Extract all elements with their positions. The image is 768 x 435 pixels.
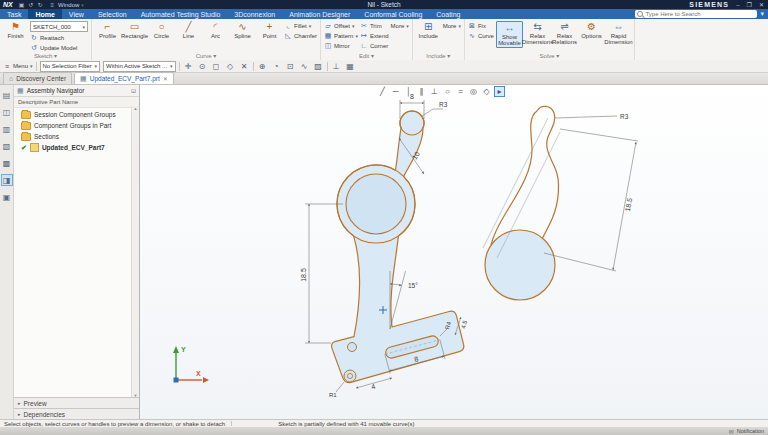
constraint-navigator-icon[interactable]: ◫ [1, 106, 13, 118]
snap-end-point-icon[interactable]: ⊙ [197, 61, 208, 72]
line-button[interactable]: ╱ Line [176, 21, 201, 39]
tree-item-sections[interactable]: Sections [14, 131, 139, 142]
minimize-button[interactable]: – [736, 2, 739, 8]
notification-label[interactable]: Notification [737, 428, 764, 434]
sloped-constraint-icon[interactable]: ╱ [377, 86, 388, 97]
group-label-edit[interactable]: Edit ▾ [321, 52, 412, 59]
tab-conformal-cooling[interactable]: Conformal Cooling [357, 9, 429, 19]
save-icon[interactable]: ▣ [19, 1, 25, 8]
inferred-constraints-icon[interactable]: ▸ [494, 86, 505, 97]
group-label-include[interactable]: Include ▾ [413, 52, 464, 59]
preview-section-header[interactable]: ▸ Preview [14, 397, 139, 408]
tab-3dconnexion[interactable]: 3Dconnexion [227, 9, 282, 19]
tangent-constraint-icon[interactable]: ○ [442, 86, 453, 97]
reattach-button[interactable]: ↻ Reattach [30, 33, 88, 42]
sketch-canvas[interactable]: 8 R3 10 18.5 15° 8 4 R1 R4 4.5 18.5 R3 Y… [140, 85, 768, 419]
process-studio-icon[interactable]: ▣ [1, 191, 13, 203]
offset-button[interactable]: ▱ Offset▾ [324, 21, 358, 30]
graphics-window[interactable]: 8 R3 10 18.5 15° 8 4 R1 R4 4.5 18.5 R3 Y… [140, 85, 768, 419]
notification-icon[interactable]: ✉ [729, 428, 734, 435]
tab-selection[interactable]: Selection [91, 9, 134, 19]
pattern-button[interactable]: ▦ Pattern▾ [324, 31, 358, 40]
equal-length-constraint-icon[interactable]: = [455, 86, 466, 97]
tab-automated-testing-studio[interactable]: Automated Testing Studio [134, 9, 228, 19]
relax-dimensions-button[interactable]: ⇆ Relax Dimensions [525, 21, 550, 46]
tree-item-component-groups-in-part[interactable]: Component Groups in Part [14, 120, 139, 131]
mirror-button[interactable]: ◫ Mirror [324, 41, 358, 50]
snap-point-on-face-icon[interactable]: ▨ [313, 61, 324, 72]
snap-point-on-curve-icon[interactable]: ∿ [299, 61, 310, 72]
assembly-navigator-icon[interactable]: ▤ [1, 89, 13, 101]
include-more-button[interactable]: More▾ [443, 21, 461, 30]
perpendicular-constraint-icon[interactable]: ⊥ [429, 86, 440, 97]
part-navigator-icon[interactable]: ▥ [1, 123, 13, 135]
close-tab-icon[interactable]: ✕ [163, 75, 168, 82]
relax-relations-button[interactable]: ⇌ Relax Relations [552, 21, 577, 46]
rectangle-button[interactable]: ▭ Rectangle [122, 21, 147, 39]
midpoint-constraint-icon[interactable]: ◇ [481, 86, 492, 97]
vertical-constraint-icon[interactable]: │ [403, 86, 414, 97]
group-label-solve[interactable]: Solve ▾ [465, 52, 634, 59]
horizontal-constraint-icon[interactable]: ─ [390, 86, 401, 97]
group-label-curve[interactable]: Curve ▾ [92, 52, 320, 59]
enable-snap-icon[interactable]: ⊥ [331, 61, 342, 72]
corner-button[interactable]: ∟ Corner [360, 41, 389, 50]
snap-point-icon[interactable]: ✛ [183, 61, 194, 72]
extend-button[interactable]: ↦ Extend [360, 31, 389, 40]
snap-quadrant-icon[interactable]: ◔ [271, 61, 282, 72]
dependencies-section-header[interactable]: ▸ Dependencies [14, 408, 139, 419]
selection-filter-dropdown[interactable]: No Selection Filter▾ [40, 61, 101, 72]
command-search[interactable] [635, 10, 757, 18]
chamfer-button[interactable]: ◺ Chamfer [284, 31, 317, 40]
snap-arc-center-icon[interactable]: ⊕ [257, 61, 268, 72]
tree-item-session-component-groups[interactable]: Session Component Groups [14, 109, 139, 120]
sketch-name-field[interactable]: SKETCH_000 ▾ [30, 21, 88, 32]
main-sketch-profile[interactable] [332, 111, 464, 383]
maximize-button[interactable]: ❐ [747, 1, 752, 8]
snap-control-point-icon[interactable]: ◇ [225, 61, 236, 72]
tab-animation-designer[interactable]: Animation Designer [282, 9, 357, 19]
tab-coating[interactable]: Coating [429, 9, 467, 19]
redo-icon[interactable]: ↻ [37, 1, 42, 8]
tab-home[interactable]: Home [28, 9, 61, 19]
rapid-dimension-button[interactable]: ⇔ Rapid Dimension [606, 21, 631, 46]
concentric-constraint-icon[interactable]: ◎ [468, 86, 479, 97]
close-button[interactable]: ✕ [759, 1, 764, 8]
spline-button[interactable]: ∿ Spline [230, 21, 255, 39]
include-button[interactable]: ⊞ Include [416, 21, 441, 39]
arc-button[interactable]: ◜ Arc [203, 21, 228, 39]
group-label-sketch[interactable]: Sketch ▾ [0, 52, 91, 59]
column-header[interactable]: Descriptive Part Name [14, 97, 139, 108]
selection-scope-dropdown[interactable]: Within Active Sketch ...▾ [103, 61, 176, 72]
grid-snap-icon[interactable]: ▦ [345, 61, 356, 72]
checkbox-checked-icon[interactable]: ✔ [21, 144, 27, 151]
snap-intersection-icon[interactable]: ✕ [239, 61, 250, 72]
side-sketch-profile[interactable] [483, 106, 560, 300]
panel-scrollbar[interactable]: ▲ ▼ [131, 106, 139, 398]
curve-solve-button[interactable]: ∿ Curve [468, 31, 494, 40]
trim-button[interactable]: ✂ Trim [360, 21, 389, 30]
undo-icon[interactable]: ↺ [28, 1, 33, 8]
finish-sketch-button[interactable]: ⚑ Finish [3, 21, 28, 39]
tab-discovery-center[interactable]: ⌂ Discovery Center [3, 72, 72, 84]
tree-item-updated-ecv-part7[interactable]: ✔ Updated_ECV_Part7 [14, 142, 139, 153]
fillet-button[interactable]: ◟ Fillet▾ [284, 21, 317, 30]
show-movable-button[interactable]: ↔ Show Movable [496, 21, 523, 48]
search-input[interactable] [645, 11, 755, 17]
command-finder-icon[interactable]: ▾ [760, 10, 764, 18]
view-manager-icon[interactable]: ▩ [1, 157, 13, 169]
snap-existing-point-icon[interactable]: ⊡ [285, 61, 296, 72]
parallel-constraint-icon[interactable]: ∥ [416, 86, 427, 97]
panel-pin-icon[interactable]: ⊡ [131, 87, 136, 94]
circle-button[interactable]: ○ Circle [149, 21, 174, 39]
update-model-button[interactable]: ↺ Update Model [30, 43, 88, 52]
menu-button[interactable]: ≡ Menu▾ [3, 62, 33, 71]
scroll-up-icon[interactable]: ▲ [134, 106, 138, 111]
tab-task[interactable]: Task [0, 9, 28, 19]
edit-more-button[interactable]: More▾ [391, 21, 409, 30]
window-menu[interactable]: ≡ Window ▾ [48, 2, 83, 8]
options-button[interactable]: ⚙ Options [579, 21, 604, 39]
history-icon[interactable]: ◨ [1, 174, 13, 186]
tab-part-file[interactable]: ▦ Updated_ECV_Part7.prt ✕ [74, 72, 174, 84]
profile-button[interactable]: ⌐ Profile [95, 21, 120, 39]
